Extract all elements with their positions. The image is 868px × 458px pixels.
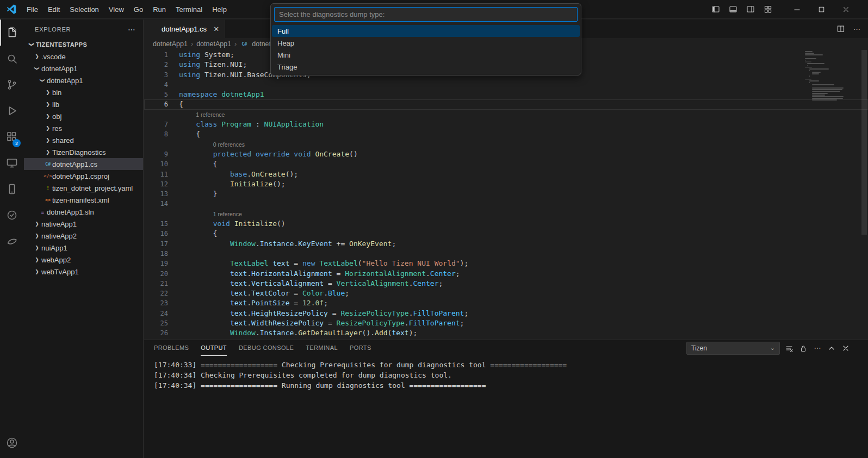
code-text: using System;	[179, 50, 234, 60]
activity-item-run-and-debug[interactable]	[0, 98, 24, 124]
panel-tab-terminal[interactable]: TERMINAL	[306, 340, 338, 356]
code-text: base.OnCreate();	[179, 170, 298, 179]
quick-input-box[interactable]	[274, 7, 578, 22]
activity-item-source-control[interactable]	[0, 72, 24, 98]
customize-layout-icon[interactable]	[761, 3, 775, 16]
minimap-line	[812, 95, 825, 96]
code-editor[interactable]: 1using System;2using Tizen.NUI;3using Ti…	[144, 50, 868, 340]
activity-item-tizen-studio[interactable]	[0, 228, 24, 254]
tree-item-dotnetapp1-cs[interactable]: C#dotnetApp1.cs	[24, 158, 143, 170]
close-button[interactable]	[834, 0, 858, 19]
tree-item-label: res	[52, 124, 62, 133]
panel-tab-problems[interactable]: PROBLEMS	[154, 340, 189, 356]
panel-tab-ports[interactable]: PORTS	[350, 340, 371, 356]
tree-item-nuiapp1[interactable]: ❯nuiApp1	[24, 242, 143, 254]
activity-bar: 2	[0, 20, 24, 458]
close-panel-icon[interactable]	[840, 342, 852, 354]
tree-item-label: tizen-manifest.xml	[52, 196, 109, 204]
activity-item-tizen-device-manager[interactable]	[0, 176, 24, 202]
menu-terminal[interactable]: Terminal	[171, 0, 207, 18]
tree-item-webapp2[interactable]: ❯webApp2	[24, 254, 143, 266]
tree-item-webtvapp1[interactable]: ❯webTvApp1	[24, 266, 143, 278]
breadcrumb-separator: ›	[191, 40, 193, 48]
activity-item-tizen-certificate-manager[interactable]	[0, 202, 24, 228]
split-editor-icon[interactable]	[835, 23, 847, 35]
activity-item-account[interactable]	[0, 430, 24, 456]
tab-close-icon[interactable]: ✕	[213, 25, 219, 33]
layout-sidebar-left-icon[interactable]	[709, 3, 723, 16]
quickpick-item-mini[interactable]: Mini	[272, 49, 580, 61]
output-line: [17:40:34] ================== Running du…	[154, 380, 868, 391]
line-number: 1	[144, 50, 168, 60]
tree-item-label: bin	[52, 89, 61, 97]
tree-item-dotnetapp1-csproj[interactable]: </>dotnetApp1.csproj	[24, 170, 143, 182]
tree-item-tizen-dotnet-project-yaml[interactable]: !tizen_dotnet_project.yaml	[24, 182, 143, 194]
activity-item-search[interactable]	[0, 46, 24, 72]
code-text: text.TextColor = Color.Blue;	[179, 288, 349, 298]
maximize-button[interactable]	[809, 0, 834, 19]
clear-output-icon[interactable]	[783, 342, 795, 354]
editor-scrollbar[interactable]	[860, 50, 868, 340]
activity-item-explorer[interactable]	[0, 20, 24, 46]
layout-sidebar-right-icon[interactable]	[743, 3, 758, 16]
line-number: 4	[144, 80, 168, 90]
breadcrumb-item[interactable]: dotnetApp1	[196, 40, 231, 48]
menu-run[interactable]: Run	[148, 0, 171, 18]
tree-item-tizendiagnostics[interactable]: ❯TizenDiagnostics	[24, 146, 143, 158]
tree-item-tizen-manifest-xml[interactable]: <>tizen-manifest.xml	[24, 194, 143, 206]
menu-selection[interactable]: Selection	[65, 0, 103, 18]
menu-edit[interactable]: Edit	[43, 0, 65, 18]
tree-item-tizentestapps[interactable]: ❯TIZENTESTAPPS	[24, 39, 143, 51]
activity-item-remote-explorer[interactable]	[0, 150, 24, 176]
menu-view[interactable]: View	[104, 0, 129, 18]
tree-item-lib[interactable]: ❯lib	[24, 98, 143, 110]
tree-item-dotnetapp1[interactable]: ❯dotnetApp1	[24, 74, 143, 86]
menu-go[interactable]: Go	[129, 0, 148, 18]
layout-panel-icon[interactable]	[726, 3, 740, 16]
scrollbar-thumb[interactable]	[861, 50, 867, 235]
menu-help[interactable]: Help	[207, 0, 232, 18]
code-line: 8 {	[144, 129, 868, 139]
lock-scroll-icon[interactable]	[797, 342, 809, 354]
line-number: 25	[144, 318, 168, 328]
panel-tab-debug-console[interactable]: DEBUG CONSOLE	[239, 340, 294, 356]
quickpick-item-full[interactable]: Full	[272, 25, 580, 37]
minimap[interactable]	[805, 51, 859, 101]
menu-file[interactable]: File	[22, 0, 43, 18]
minimap-line	[807, 65, 808, 66]
minimap-line	[805, 53, 814, 54]
tree-item-res[interactable]: ❯res	[24, 122, 143, 134]
codelens-row: 1 reference	[144, 209, 868, 219]
more-actions-icon[interactable]: ⋯	[811, 342, 823, 354]
tree-item-nativeapp2[interactable]: ❯nativeApp2	[24, 230, 143, 242]
quickpick-item-heap[interactable]: Heap	[272, 37, 580, 49]
quick-input-field[interactable]	[279, 10, 573, 18]
code-line: 26 Window.Instance.GetDefaultLayer().Add…	[144, 328, 868, 338]
minimize-button[interactable]	[785, 0, 809, 19]
quick-input-widget: FullHeapMiniTriage	[270, 3, 581, 76]
tab-label: dotnetApp1.cs	[162, 25, 207, 33]
tree-item-bin[interactable]: ❯bin	[24, 86, 143, 98]
chevron-right-icon: ❯	[33, 233, 41, 239]
tree-item-label: TIZENTESTAPPS	[36, 41, 87, 48]
breadcrumb-item[interactable]: dotnetApp1	[153, 40, 188, 48]
code-text: text.HorizontalAlignment = HorizontalAli…	[179, 269, 460, 279]
panel-tab-output[interactable]: OUTPUT	[201, 340, 227, 356]
editor-more-actions-icon[interactable]: ⋯	[853, 25, 860, 33]
output-channel-select[interactable]: Tizen ⌄	[686, 342, 780, 355]
line-number: 11	[144, 170, 168, 179]
minimap-line	[809, 82, 810, 83]
tree-item-nativeapp1[interactable]: ❯nativeApp1	[24, 218, 143, 230]
activity-item-extensions[interactable]: 2	[0, 124, 24, 150]
tree-item-obj[interactable]: ❯obj	[24, 110, 143, 122]
tree-item--vscode[interactable]: ❯.vscode	[24, 51, 143, 62]
explorer-more-actions-icon[interactable]: ⋯	[126, 25, 138, 34]
code-text: {	[179, 229, 217, 239]
quickpick-item-triage[interactable]: Triage	[272, 61, 580, 73]
tree-item-shared[interactable]: ❯shared	[24, 134, 143, 146]
maximize-panel-icon[interactable]	[826, 342, 838, 354]
tab-dotnetapp1-cs[interactable]: dotnetApp1.cs ✕	[144, 20, 225, 38]
tree-item-label: TizenDiagnostics	[52, 148, 106, 156]
tree-item-dotnetapp1-sln[interactable]: ≡dotnetApp1.sln	[24, 206, 143, 218]
tree-item-dotnetapp1[interactable]: ❯dotnetApp1	[24, 62, 143, 74]
